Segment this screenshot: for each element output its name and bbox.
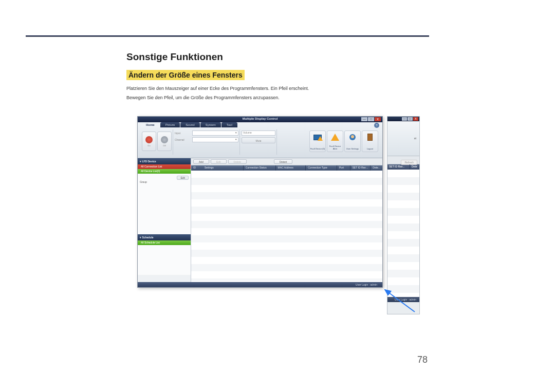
door-icon bbox=[365, 133, 375, 142]
logout-button[interactable]: Logout bbox=[362, 130, 378, 152]
back-column-header: SET ID Ran... Dete bbox=[387, 164, 419, 170]
page-para-1: Platzieren Sie den Mauszeiger auf einer … bbox=[126, 85, 430, 92]
close-button[interactable]: X bbox=[375, 117, 381, 121]
col-id[interactable]: ID bbox=[191, 165, 202, 171]
page-para-2: Bewegen Sie den Pfeil, um die Größe des … bbox=[126, 95, 430, 102]
col-port[interactable]: Port bbox=[337, 165, 350, 171]
back-window-controls: — □ X bbox=[402, 117, 418, 121]
col-setid-range[interactable]: SET ID Ran... bbox=[350, 165, 371, 171]
tab-picture[interactable]: Picture bbox=[160, 122, 180, 127]
back-logout-hint: ut bbox=[414, 137, 416, 140]
fault-alert-button[interactable]: Fault Device Alert bbox=[327, 130, 343, 152]
sidebar-all-device[interactable]: All Device List(0) bbox=[138, 169, 191, 174]
page-number: 78 bbox=[417, 354, 428, 365]
sidebar-edit-button[interactable]: Edit bbox=[177, 176, 189, 180]
fault-device-button[interactable]: Fault Device (0) bbox=[309, 130, 326, 152]
page-content: Sonstige Funktionen Ändern der Größe ein… bbox=[126, 51, 430, 103]
power-group: On Off bbox=[142, 132, 172, 151]
power-off-button[interactable]: Off bbox=[157, 132, 172, 151]
maximize-button[interactable]: □ bbox=[368, 117, 374, 121]
back-toolbar: ut bbox=[387, 121, 419, 156]
channel-label: Channel bbox=[175, 138, 192, 141]
input-group: Input Channel bbox=[175, 130, 238, 144]
column-header: ID Settings Connection Status MAC Addres… bbox=[191, 165, 382, 171]
power-off-label: Off bbox=[163, 144, 165, 147]
input-combo[interactable] bbox=[192, 130, 238, 136]
grid-body[interactable] bbox=[191, 171, 382, 281]
divider bbox=[239, 129, 240, 155]
power-on-button[interactable]: On bbox=[142, 132, 156, 151]
user-settings-button[interactable]: User Settings bbox=[344, 130, 361, 152]
sidebar: LFD Device All Connection List All Devic… bbox=[138, 158, 191, 282]
sidebar-schedule-header[interactable]: Schedule bbox=[138, 234, 191, 240]
minimize-button[interactable]: — bbox=[402, 117, 407, 121]
tab-strip: Home Picture Sound System Tool bbox=[141, 122, 238, 127]
edit-button[interactable]: Edit bbox=[211, 159, 227, 164]
window-title: Multiple Display Control bbox=[243, 117, 278, 120]
col-connection-status[interactable]: Connection Status bbox=[244, 165, 276, 171]
foreground-window[interactable]: Multiple Display Control — □ X Home Pict… bbox=[137, 116, 383, 288]
tab-tool[interactable]: Tool bbox=[221, 122, 237, 127]
sidebar-schedule-body bbox=[138, 245, 191, 275]
tab-home[interactable]: Home bbox=[141, 122, 160, 127]
user-icon bbox=[347, 133, 358, 142]
close-button[interactable]: X bbox=[413, 117, 418, 121]
help-button[interactable]: ? bbox=[374, 123, 379, 128]
power-on-icon bbox=[145, 136, 153, 143]
mute-button[interactable]: Mute bbox=[242, 137, 275, 143]
tab-system[interactable]: System bbox=[200, 122, 221, 127]
page-heading: Sonstige Funktionen bbox=[126, 51, 430, 63]
minimize-button[interactable]: — bbox=[361, 117, 367, 121]
sidebar-group-label: Group bbox=[140, 180, 147, 183]
add-button[interactable]: Add bbox=[193, 159, 209, 164]
front-titlebar[interactable]: Multiple Display Control — □ X bbox=[138, 117, 382, 122]
input-label: Input bbox=[175, 132, 192, 135]
back-statusbar: User Login : admin bbox=[387, 297, 419, 302]
fault-device-label: Fault Device (0) bbox=[310, 148, 325, 150]
back-action-row: Refresh bbox=[387, 156, 419, 164]
channel-combo[interactable] bbox=[192, 137, 238, 142]
volume-group: Volume Mute bbox=[242, 130, 275, 143]
maximize-button[interactable]: □ bbox=[408, 117, 413, 121]
tool-icons: Fault Device (0) Fault Device Alert User… bbox=[309, 130, 378, 152]
statusbar: User Login : admin bbox=[138, 282, 382, 287]
delete-button[interactable]: Delete bbox=[228, 159, 247, 164]
back-grid bbox=[387, 170, 419, 297]
detect-button[interactable]: Detect bbox=[274, 159, 292, 164]
page-subheading: Ändern der Größe eines Fensters bbox=[126, 70, 245, 80]
col-setid[interactable]: SET ID Ran... bbox=[387, 164, 410, 170]
sidebar-all-schedule[interactable]: All Schedule List bbox=[138, 240, 191, 245]
col-dete[interactable]: Dete bbox=[410, 164, 419, 170]
warning-icon bbox=[330, 133, 340, 142]
col-dete[interactable]: Dete... bbox=[371, 165, 382, 171]
divider bbox=[276, 129, 277, 155]
page-header-rule-thin bbox=[26, 36, 429, 37]
main-area: Add Edit Delete Detect ID Settings Conne… bbox=[191, 158, 382, 282]
power-off-icon bbox=[161, 136, 168, 143]
sidebar-device-body: Group Edit bbox=[138, 174, 191, 234]
action-bar: Add Edit Delete Detect bbox=[191, 158, 382, 165]
user-settings-label: User Settings bbox=[346, 148, 359, 150]
fault-alert-label: Fault Device Alert bbox=[327, 145, 343, 150]
back-titlebar: — □ X bbox=[387, 117, 419, 121]
background-window: — □ X ut Refresh SET ID Ran... Dete User… bbox=[387, 116, 420, 314]
col-settings[interactable]: Settings bbox=[202, 165, 244, 171]
screenshot-container: — □ X ut Refresh SET ID Ran... Dete User… bbox=[137, 116, 420, 315]
front-window-controls: — □ X bbox=[361, 117, 381, 121]
power-on-label: On bbox=[147, 144, 150, 147]
logout-label: Logout bbox=[367, 148, 373, 150]
ribbon: Home Picture Sound System Tool ? On Off bbox=[138, 122, 382, 158]
divider bbox=[173, 129, 173, 155]
sidebar-all-connection[interactable]: All Connection List bbox=[138, 164, 191, 169]
sidebar-lfd-header[interactable]: LFD Device bbox=[138, 158, 191, 164]
monitor-warning-icon bbox=[312, 133, 323, 142]
col-connection-type[interactable]: Connection Type bbox=[306, 165, 337, 171]
volume-field[interactable]: Volume bbox=[242, 130, 275, 136]
tab-sound[interactable]: Sound bbox=[180, 122, 199, 127]
col-mac-address[interactable]: MAC Address bbox=[276, 165, 306, 171]
